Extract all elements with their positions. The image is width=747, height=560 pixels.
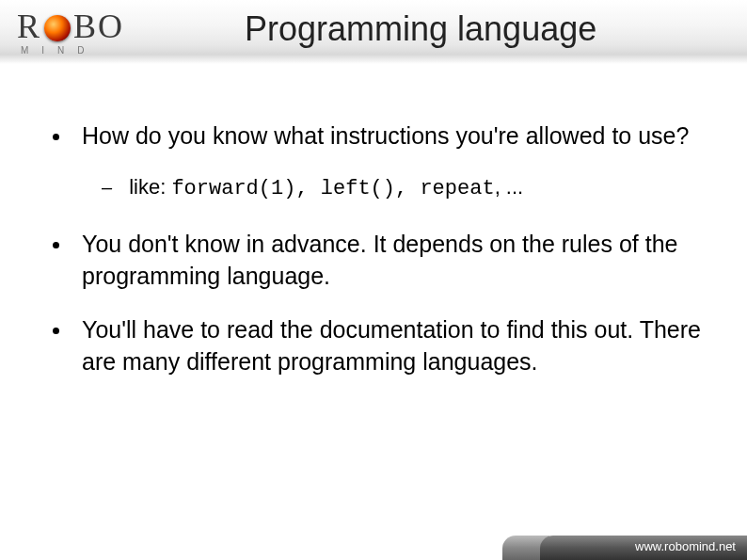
bullet-text: You don't know in advance. It depends on…	[82, 229, 709, 293]
sub-bullet-text: like: forward(1), left(), repeat, ...	[129, 175, 523, 200]
bullet-item: You don't know in advance. It depends on…	[53, 229, 709, 293]
sub-suffix: , ...	[495, 175, 524, 199]
bullet-dot-icon	[53, 328, 59, 334]
logo-subtext: MIND	[21, 45, 98, 56]
sub-prefix: like:	[129, 175, 171, 199]
bullet-dot-icon	[53, 134, 59, 140]
bullet-item: You'll have to read the documentation to…	[53, 314, 709, 378]
footer-bar: www.robomind.net	[540, 536, 747, 560]
bullet-dot-icon	[53, 242, 59, 248]
slide-content: How do you know what instructions you're…	[0, 64, 747, 378]
robomind-logo: R BO MIND	[17, 9, 124, 56]
bullet-text: How do you know what instructions you're…	[82, 120, 689, 152]
logo-orb-icon	[44, 15, 71, 41]
slide-title: Programming language	[245, 9, 596, 49]
logo-main-text: R BO	[17, 9, 124, 43]
footer-url: www.robomind.net	[635, 539, 736, 553]
sub-bullet-item: – like: forward(1), left(), repeat, ...	[102, 175, 709, 200]
slide-footer: www.robomind.net	[0, 536, 747, 560]
logo-letter-r: R	[17, 9, 41, 43]
bullet-item: How do you know what instructions you're…	[53, 120, 709, 152]
slide-header: R BO MIND Programming language	[0, 0, 747, 64]
logo-letters-bo: BO	[73, 9, 124, 43]
bullet-text: You'll have to read the documentation to…	[82, 314, 709, 378]
code-span: forward(1), left(), repeat	[171, 177, 494, 200]
dash-icon: –	[102, 177, 112, 199]
